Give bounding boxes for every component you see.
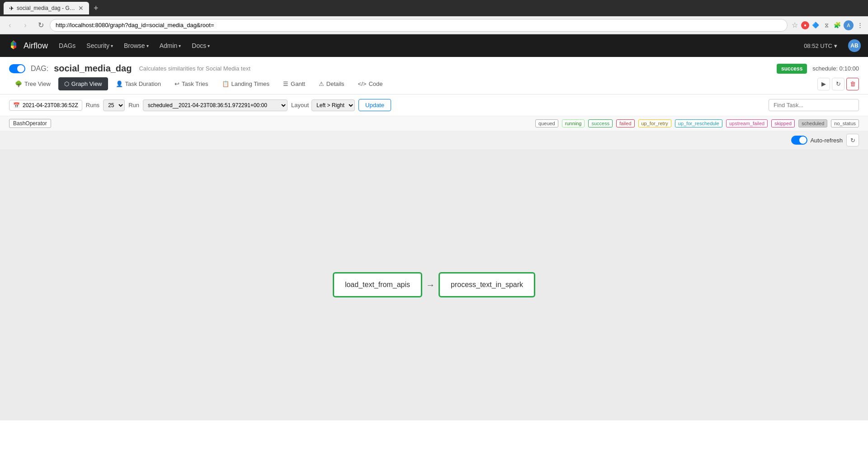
legend-upstream-failed[interactable]: upstream_failed <box>726 119 768 127</box>
dag-enabled-toggle[interactable] <box>9 64 25 73</box>
dag-status-badge: success <box>777 64 807 74</box>
dag-description: Calculates similarities for Social Media… <box>139 65 250 72</box>
docs-caret-icon: ▾ <box>208 43 210 48</box>
calendar-icon: 📅 <box>13 102 20 108</box>
dag-graph: load_text_from_apis → process_text_in_sp… <box>333 272 535 297</box>
schedule-text: schedule: 0:10:00 <box>812 65 859 72</box>
tab-graph-view[interactable]: ⬡ Graph View <box>58 77 108 90</box>
refresh-button[interactable]: ↻ <box>832 78 844 90</box>
dag-label: DAG: <box>31 65 48 73</box>
reload-button[interactable]: ↻ <box>34 19 47 32</box>
layout-select[interactable]: Left > Right <box>311 99 355 111</box>
landing-times-icon: 📋 <box>222 80 229 87</box>
date-value: 2021-04-23T08:36:52Z <box>23 102 78 108</box>
top-nav: Airflow DAGs Security ▾ Browse ▾ Admin ▾… <box>0 34 868 57</box>
browse-caret-icon: ▾ <box>146 43 149 48</box>
nav-item-admin[interactable]: Admin ▾ <box>160 42 181 49</box>
legend-no-status[interactable]: no_status <box>831 119 859 127</box>
node-label-process: process_text_in_spark <box>451 281 523 288</box>
nav-item-security[interactable]: Security ▾ <box>86 42 113 49</box>
runs-label: Runs <box>86 102 99 108</box>
graph-view-icon: ⬡ <box>64 80 69 87</box>
autorefresh-toggle[interactable]: Auto-refresh <box>791 136 843 145</box>
gantt-icon: ☰ <box>283 80 288 87</box>
play-button[interactable]: ▶ <box>817 78 830 90</box>
task-tries-icon: ↩ <box>175 80 179 87</box>
legend-running[interactable]: running <box>562 119 585 127</box>
autorefresh-track <box>791 136 807 145</box>
legend-success[interactable]: success <box>588 119 613 127</box>
legend-skipped[interactable]: skipped <box>771 119 795 127</box>
nav-time[interactable]: 08:52 UTC ▾ <box>804 42 837 49</box>
extension-icon-1[interactable]: ● <box>801 21 809 29</box>
update-button[interactable]: Update <box>359 99 391 111</box>
forward-button[interactable]: › <box>19 19 32 32</box>
dag-header: DAG: social_media_dag Calculates similar… <box>0 57 868 74</box>
tab-task-tries[interactable]: ↩ Task Tries <box>169 77 214 90</box>
admin-caret-icon: ▾ <box>179 43 181 48</box>
extension-icon-4[interactable]: 🧩 <box>833 21 842 30</box>
back-button[interactable]: ‹ <box>4 19 16 32</box>
details-icon: ⚠ <box>319 80 324 87</box>
layout-label: Layout <box>291 102 309 108</box>
legend-up-for-reschedule[interactable]: up_for_reschedule <box>675 119 722 127</box>
airflow-logo-icon <box>7 39 20 52</box>
bookmark-icon[interactable]: ☆ <box>790 21 799 30</box>
legend-bar: BashOperator queued running success fail… <box>0 116 868 131</box>
tab-title: social_media_dag - Grap... <box>17 5 75 11</box>
view-tabs: 🌳 Tree View ⬡ Graph View 👤 Task Duration… <box>0 74 868 94</box>
browser-toolbar: ‹ › ↻ ☆ ● 🔷 ⧖ 🧩 A ⋮ <box>0 16 868 34</box>
toolbar-actions: ☆ ● 🔷 ⧖ 🧩 A ⋮ <box>790 20 864 30</box>
toggle-knob <box>17 65 24 72</box>
legend-failed[interactable]: failed <box>616 119 634 127</box>
find-task-input[interactable] <box>769 99 859 111</box>
time-caret-icon: ▾ <box>834 42 837 49</box>
address-bar[interactable] <box>50 19 788 32</box>
browser-chrome: ✈ social_media_dag - Grap... ✕ + <box>0 0 868 16</box>
browser-tab[interactable]: ✈ social_media_dag - Grap... ✕ <box>4 2 89 14</box>
delete-button[interactable]: 🗑 <box>846 78 859 90</box>
app: Airflow DAGs Security ▾ Browse ▾ Admin ▾… <box>0 34 868 476</box>
logo-text: Airflow <box>24 41 48 51</box>
extension-icon-2[interactable]: 🔷 <box>811 21 820 30</box>
dag-toggle[interactable] <box>9 64 25 73</box>
date-filter[interactable]: 📅 2021-04-23T08:36:52Z <box>9 100 82 111</box>
runs-select[interactable]: 25 <box>103 99 125 111</box>
airflow-logo[interactable]: Airflow <box>7 39 48 52</box>
new-tab-button[interactable]: + <box>94 4 99 13</box>
tab-gantt[interactable]: ☰ Gantt <box>277 77 311 90</box>
nav-avatar[interactable]: AB <box>848 39 861 52</box>
menu-icon[interactable]: ⋮ <box>855 21 864 30</box>
nav-item-dags[interactable]: DAGs <box>59 42 75 49</box>
dag-name: social_media_dag <box>54 63 132 74</box>
layout-group: Layout Left > Right <box>291 99 355 111</box>
dag-node-process-text-in-spark[interactable]: process_text_in_spark <box>439 272 535 297</box>
tab-task-duration[interactable]: 👤 Task Duration <box>110 77 167 90</box>
tab-landing-times[interactable]: 📋 Landing Times <box>216 77 276 90</box>
code-icon: </> <box>358 80 367 87</box>
filter-bar: 📅 2021-04-23T08:36:52Z Runs 25 Run sched… <box>0 94 868 116</box>
task-duration-icon: 👤 <box>116 80 123 87</box>
tab-actions: ▶ ↻ 🗑 <box>817 78 859 90</box>
node-label-load: load_text_from_apis <box>345 281 410 288</box>
autorefresh-label: Auto-refresh <box>810 137 843 144</box>
tree-view-icon: 🌳 <box>15 80 22 87</box>
legend-queued[interactable]: queued <box>535 119 558 127</box>
extension-icon-3[interactable]: ⧖ <box>822 21 831 30</box>
operator-badge[interactable]: BashOperator <box>9 119 51 128</box>
security-caret-icon: ▾ <box>111 43 113 48</box>
refresh-icon-button[interactable]: ↻ <box>846 134 859 146</box>
dag-node-load-text-from-apis[interactable]: load_text_from_apis <box>333 272 422 297</box>
tab-favicon: ✈ <box>9 5 14 12</box>
profile-icon[interactable]: A <box>844 20 854 30</box>
tab-code[interactable]: </> Code <box>352 77 389 90</box>
autorefresh-bar: Auto-refresh ↻ <box>0 131 868 149</box>
run-select[interactable]: scheduled__2021-04-23T08:36:51.972291+00… <box>143 99 288 111</box>
legend-up-for-retry[interactable]: up_for_retry <box>638 119 671 127</box>
tab-details[interactable]: ⚠ Details <box>313 77 350 90</box>
tab-close-icon[interactable]: ✕ <box>78 5 84 12</box>
tab-tree-view[interactable]: 🌳 Tree View <box>9 77 57 90</box>
legend-scheduled[interactable]: scheduled <box>798 119 827 127</box>
nav-item-browse[interactable]: Browse ▾ <box>124 42 149 49</box>
nav-item-docs[interactable]: Docs ▾ <box>192 42 210 49</box>
